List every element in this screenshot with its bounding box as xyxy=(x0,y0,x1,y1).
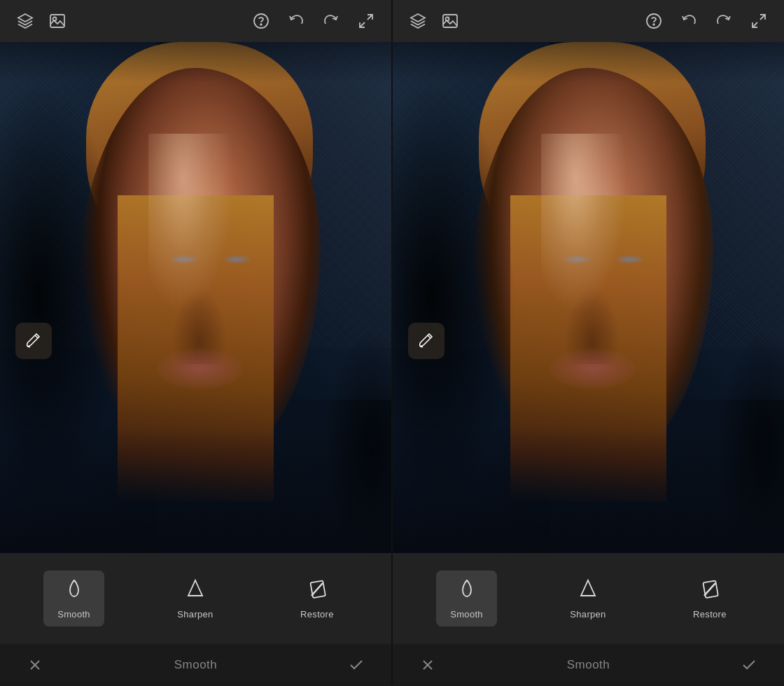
right-panel: Smooth Sharpen Restore xyxy=(393,0,784,644)
left-toolbar xyxy=(0,0,391,42)
left-sharpen-option[interactable]: Sharpen xyxy=(163,570,227,626)
smooth-icon xyxy=(63,578,85,603)
right-restore-label: Restore xyxy=(693,609,727,620)
left-options-bar: Smooth Sharpen Restore xyxy=(0,553,391,644)
right-expand-icon[interactable] xyxy=(748,10,770,32)
right-undo-icon[interactable] xyxy=(678,10,700,32)
redo-icon[interactable] xyxy=(320,10,342,32)
right-action-title: Smooth xyxy=(567,658,610,672)
svg-line-10 xyxy=(312,583,323,596)
svg-line-18 xyxy=(428,335,430,338)
toolbar-left-group xyxy=(14,10,69,32)
svg-point-4 xyxy=(260,24,262,25)
right-toolbar-right-group xyxy=(643,10,770,32)
right-action-bar-panel: Smooth xyxy=(393,644,784,686)
left-smooth-option[interactable]: Smooth xyxy=(43,570,104,626)
right-restore-option[interactable]: Restore xyxy=(679,570,741,626)
right-sharpen-option[interactable]: Sharpen xyxy=(556,570,620,626)
left-action-bar-panel: Smooth xyxy=(0,644,393,686)
right-smooth-label: Smooth xyxy=(450,609,483,620)
bottom-bars: Smooth Smooth xyxy=(0,644,784,686)
svg-line-16 xyxy=(760,15,765,20)
left-image-area xyxy=(0,42,391,553)
left-confirm-button[interactable] xyxy=(342,651,370,679)
right-action-bar: Smooth xyxy=(393,644,784,686)
svg-line-21 xyxy=(704,583,715,596)
help-icon[interactable] xyxy=(250,10,272,32)
svg-marker-0 xyxy=(18,14,32,22)
right-cancel-button[interactable] xyxy=(414,651,442,679)
sharpen-icon xyxy=(184,578,206,603)
right-toolbar xyxy=(393,0,784,42)
right-sharpen-label: Sharpen xyxy=(570,609,606,620)
right-options-bar: Smooth Sharpen Restore xyxy=(393,553,784,644)
image-icon[interactable] xyxy=(46,10,69,32)
left-restore-label: Restore xyxy=(300,609,334,620)
svg-line-7 xyxy=(35,335,38,338)
layers-icon[interactable] xyxy=(14,10,36,32)
left-sharpen-label: Sharpen xyxy=(177,609,213,620)
left-restore-option[interactable]: Restore xyxy=(286,570,348,626)
right-toolbar-left-group xyxy=(407,10,461,32)
undo-icon[interactable] xyxy=(285,10,307,32)
left-brush-tool[interactable] xyxy=(15,323,52,359)
left-action-title: Smooth xyxy=(174,658,218,672)
svg-marker-8 xyxy=(188,580,202,596)
right-image-area xyxy=(393,42,784,553)
restore-icon xyxy=(306,578,328,603)
svg-line-17 xyxy=(752,22,757,27)
left-smooth-label: Smooth xyxy=(57,609,90,620)
left-portrait xyxy=(0,42,391,553)
right-restore-icon xyxy=(699,578,721,603)
expand-icon[interactable] xyxy=(355,10,377,32)
svg-line-5 xyxy=(368,15,372,20)
left-panel: Smooth Sharpen Restore xyxy=(0,0,393,644)
toolbar-right-group xyxy=(250,10,377,32)
right-smooth-option[interactable]: Smooth xyxy=(436,570,497,626)
left-action-bar: Smooth xyxy=(0,644,391,686)
svg-marker-11 xyxy=(411,14,425,22)
right-confirm-button[interactable] xyxy=(735,651,763,679)
svg-line-6 xyxy=(360,22,365,27)
right-layers-icon[interactable] xyxy=(407,10,429,32)
right-smooth-icon xyxy=(456,578,478,603)
left-cancel-button[interactable] xyxy=(21,651,49,679)
svg-marker-19 xyxy=(581,580,595,596)
svg-point-15 xyxy=(653,24,654,25)
right-brush-tool[interactable] xyxy=(408,323,444,359)
right-sharpen-icon xyxy=(577,578,599,603)
right-help-icon[interactable] xyxy=(643,10,665,32)
panels-container: Smooth Sharpen Restore xyxy=(0,0,784,644)
right-portrait xyxy=(393,42,784,553)
right-redo-icon[interactable] xyxy=(713,10,735,32)
right-image-icon[interactable] xyxy=(439,10,461,32)
